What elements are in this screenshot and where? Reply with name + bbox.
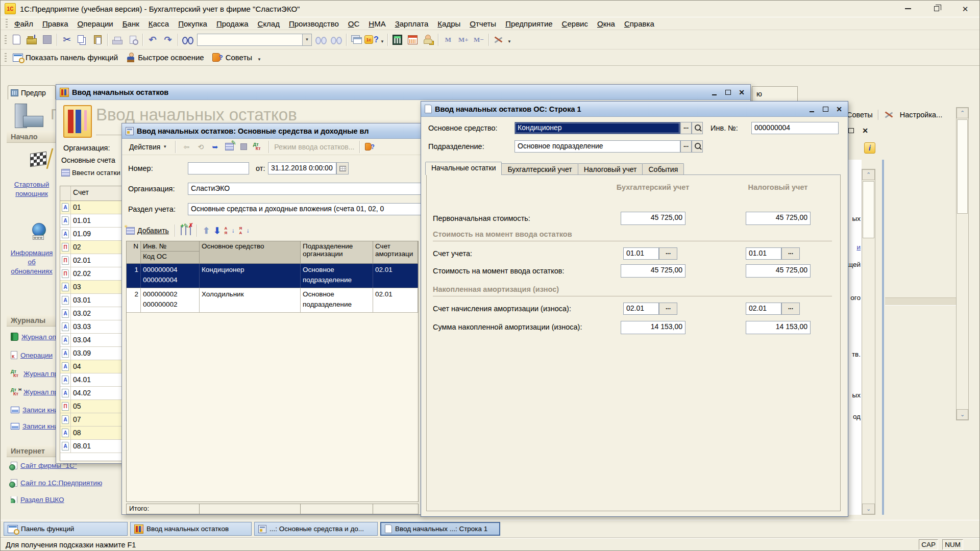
table-row[interactable]: 2000000002000000002ХолодильникОсновное п… bbox=[127, 288, 418, 313]
sort-asc-button[interactable]: АЯ bbox=[224, 227, 235, 235]
toolbar-grip[interactable] bbox=[5, 35, 7, 44]
tab-события[interactable]: События bbox=[642, 163, 684, 175]
cost-bu-field[interactable]: 45 725,00 bbox=[621, 264, 685, 278]
close-icon[interactable]: ✕ bbox=[737, 88, 747, 97]
new-button[interactable] bbox=[9, 33, 24, 47]
account-row-01.01[interactable]: А01.01 bbox=[60, 214, 122, 228]
tips-scrollbar[interactable]: ⌃ ⌄ bbox=[862, 169, 875, 515]
window2-title-bar[interactable]: Ввод начальных остатков: Основные средст… bbox=[122, 123, 422, 139]
menu-правка[interactable]: Правка bbox=[38, 18, 73, 29]
temp-block-button[interactable] bbox=[421, 33, 436, 47]
toolbar-overflow-caret[interactable]: ▼ bbox=[380, 39, 384, 44]
find-next-button[interactable] bbox=[313, 33, 329, 47]
account-row-03.03[interactable]: А03.03 bbox=[60, 320, 122, 334]
account-row-03[interactable]: А03 bbox=[60, 281, 122, 294]
sort-desc-button[interactable]: ЯА bbox=[239, 227, 250, 235]
preview-button[interactable] bbox=[125, 33, 140, 47]
sidebar-link[interactable]: Операции bbox=[11, 351, 53, 359]
background-tab-fragment[interactable]: ю bbox=[752, 86, 798, 102]
initial-cost-bu-field[interactable]: 45 725,00 bbox=[621, 212, 685, 225]
menu-предприятие[interactable]: Предприятие bbox=[501, 18, 557, 29]
account-row-08.01[interactable]: А08.01 bbox=[60, 440, 122, 453]
depr-account-bu-field[interactable]: 02.01 bbox=[623, 303, 659, 315]
scroll-down-icon[interactable]: ⌄ bbox=[862, 504, 875, 514]
scroll-up-icon[interactable]: ⌃ bbox=[862, 169, 875, 180]
find-prev-button[interactable] bbox=[329, 33, 344, 47]
account-nu-choose-button[interactable]: ... bbox=[781, 247, 800, 260]
memory-recall-button[interactable]: М bbox=[440, 33, 456, 47]
asset-choose-button[interactable]: ... bbox=[680, 122, 692, 134]
minimize-button[interactable] bbox=[806, 105, 817, 114]
tab-бухгалтерский-учет[interactable]: Бухгалтерский учет bbox=[501, 163, 578, 175]
dept-choose-button[interactable]: ... bbox=[680, 140, 692, 153]
actions-button[interactable]: Действия▼ bbox=[126, 142, 170, 152]
depr-sum-nu-field[interactable]: 14 153,00 bbox=[746, 321, 811, 334]
print-button[interactable] bbox=[110, 33, 125, 47]
toolbar-overflow-caret[interactable]: ▼ bbox=[257, 57, 261, 62]
account-bu-field[interactable]: 01.01 bbox=[623, 247, 659, 260]
account-row-01[interactable]: А01 bbox=[60, 201, 122, 214]
menu-покупка[interactable]: Покупка bbox=[174, 18, 212, 29]
account-row-04.01[interactable]: А04.01 bbox=[60, 373, 122, 387]
calendar-button[interactable] bbox=[405, 33, 421, 47]
balances-mode-button[interactable]: Режим ввода остатков... bbox=[274, 143, 354, 151]
account-nu-field[interactable]: 01.01 bbox=[746, 247, 781, 260]
account-row-03.09[interactable]: А03.09 bbox=[60, 347, 122, 360]
table-row[interactable]: 1000000004000000004КондиционерОсновное п… bbox=[127, 264, 418, 288]
tips-button[interactable]: ? Советы bbox=[208, 51, 256, 65]
number-field[interactable] bbox=[188, 162, 249, 174]
account-row-01.09[interactable]: А01.09 bbox=[60, 228, 122, 241]
depr-account-bu-choose-button[interactable]: ... bbox=[659, 303, 677, 315]
maximize-button[interactable] bbox=[820, 105, 830, 114]
memory-plus-button[interactable]: М+ bbox=[456, 33, 471, 47]
go-button[interactable]: ➥ bbox=[209, 142, 220, 152]
dept-field[interactable]: Основное подразделение bbox=[514, 140, 680, 153]
windows-list-button[interactable] bbox=[349, 33, 364, 47]
account-row-02.01[interactable]: П02.01 bbox=[60, 254, 122, 267]
window3-title-bar[interactable]: Ввод начальных остатков ОС: Строка 1 ✕ bbox=[421, 102, 848, 117]
menu-зарплата[interactable]: Зарплата bbox=[390, 18, 433, 29]
table-header[interactable]: N Инв. №Код ОС Основное средство Подразд… bbox=[127, 241, 418, 264]
menu-окна[interactable]: Окна bbox=[593, 18, 620, 29]
undo-button[interactable]: ↶ bbox=[145, 33, 160, 47]
taskbar-item[interactable]: ...: Основные средства и до... bbox=[254, 522, 378, 536]
updates-info-link[interactable]: Информация об обновлениях bbox=[8, 248, 56, 277]
account-row-05[interactable]: П05 bbox=[60, 400, 122, 413]
add-button[interactable]: Добавить bbox=[126, 227, 169, 235]
delete-row-button[interactable] bbox=[190, 227, 191, 235]
asset-field[interactable]: Кондиционер bbox=[514, 122, 680, 134]
paste-button[interactable] bbox=[90, 33, 105, 47]
tab-начальные-остатки[interactable]: Начальные остатки bbox=[425, 162, 502, 175]
dtkt-button[interactable] bbox=[252, 142, 263, 152]
account-row-04.02[interactable]: А04.02 bbox=[60, 387, 122, 400]
account-row-04[interactable]: А04 bbox=[60, 360, 122, 373]
section-field[interactable]: Основные средства и доходные вложения (с… bbox=[188, 203, 423, 215]
menu-кадры[interactable]: Кадры bbox=[433, 18, 465, 29]
cut-button[interactable]: ✂ bbox=[59, 33, 75, 47]
toolbar-overflow-caret[interactable]: ▼ bbox=[507, 39, 511, 44]
initial-cost-nu-field[interactable]: 45 725,00 bbox=[746, 212, 811, 225]
menu-склад[interactable]: Склад bbox=[253, 18, 284, 29]
open-button[interactable] bbox=[24, 33, 39, 47]
quick-learn-button[interactable]: Быстрое освоение bbox=[122, 51, 208, 65]
help-button[interactable]: 1с? bbox=[364, 33, 379, 47]
account-row-03.02[interactable]: А03.02 bbox=[60, 307, 122, 320]
calendar-picker-button[interactable] bbox=[336, 162, 349, 174]
menu-производство[interactable]: Производство bbox=[284, 18, 344, 29]
depr-account-nu-field[interactable]: 02.01 bbox=[746, 303, 781, 315]
refresh-button[interactable]: ⟲ bbox=[195, 142, 206, 152]
tab-enterprise[interactable]: Предпр bbox=[8, 85, 56, 99]
sidebar-link[interactable]: Сайт по 1С:Предприятию bbox=[11, 479, 102, 487]
account-row-03.04[interactable]: А03.04 bbox=[60, 334, 122, 347]
window1-title-bar[interactable]: Ввод начальных остатков ✕ bbox=[56, 85, 750, 100]
dept-open-button[interactable] bbox=[692, 140, 703, 153]
restore-button[interactable] bbox=[922, 1, 951, 17]
menu-отчеты[interactable]: Отчеты bbox=[465, 18, 501, 29]
account-bu-choose-button[interactable]: ... bbox=[659, 247, 677, 260]
scroll-down-icon[interactable]: ⌄ bbox=[957, 409, 968, 420]
find-button[interactable] bbox=[180, 33, 195, 47]
menu-касса[interactable]: Касса bbox=[144, 18, 174, 29]
search-combobox[interactable]: ▼ bbox=[197, 34, 312, 46]
account-row-07[interactable]: А07 bbox=[60, 413, 122, 427]
menu-справка[interactable]: Справка bbox=[620, 18, 659, 29]
